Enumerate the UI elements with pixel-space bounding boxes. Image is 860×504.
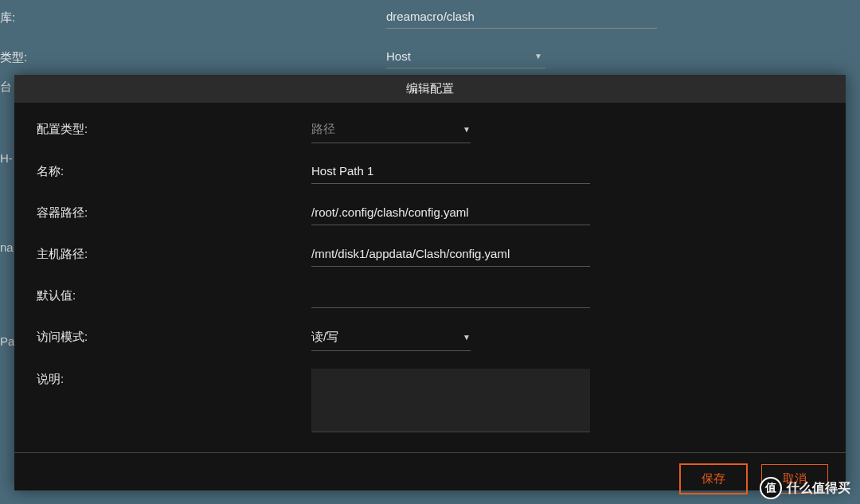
bg-select-type[interactable]: Host ▼ [386,46,545,68]
input-container-path[interactable] [311,202,590,225]
label-container-path: 容器路径: [37,202,311,221]
select-access-mode[interactable]: 读/写 ▼ [311,326,471,351]
watermark-text: 什么值得买 [787,480,850,497]
input-host-path[interactable] [311,244,590,267]
modal-body: 配置类型: 路径 ▼ 名称: 容器路径: 主机路径: [14,103,846,452]
edit-config-modal: 编辑配置 配置类型: 路径 ▼ 名称: 容器路径: [14,75,846,490]
input-default-value[interactable] [311,285,590,308]
bg-value-repo: dreamacro/clash [386,10,475,23]
bg-label-type: 类型: [0,50,104,65]
label-config-type: 配置类型: [37,119,311,137]
chevron-down-icon: ▼ [534,52,542,61]
textarea-description[interactable] [311,369,590,432]
modal-title: 编辑配置 [14,75,846,103]
input-name[interactable] [311,161,590,184]
label-name: 名称: [37,161,311,179]
chevron-down-icon: ▼ [463,333,471,342]
bg-peek-1: 台 [0,80,12,95]
modal-footer: 保存 取消 [14,452,846,504]
chevron-down-icon: ▼ [463,125,471,134]
bg-field-repo[interactable]: dreamacro/clash [386,6,657,29]
select-config-type-value: 路径 [311,122,335,137]
watermark: 值 什么值得买 [760,477,850,499]
select-config-type[interactable]: 路径 ▼ [311,119,471,143]
bg-peek-4: Pa [0,334,14,348]
bg-peek-2: H- [0,151,13,165]
label-description: 说明: [37,369,311,387]
save-button[interactable]: 保存 [680,464,747,494]
label-host-path: 主机路径: [37,244,311,262]
label-default-value: 默认值: [37,285,311,303]
bg-peek-3: na [0,240,14,254]
select-access-mode-value: 读/写 [311,330,338,345]
bg-label-repo: 库: [0,10,104,25]
label-access-mode: 访问模式: [37,326,311,345]
watermark-icon: 值 [760,477,782,499]
bg-value-type: Host [386,49,411,63]
